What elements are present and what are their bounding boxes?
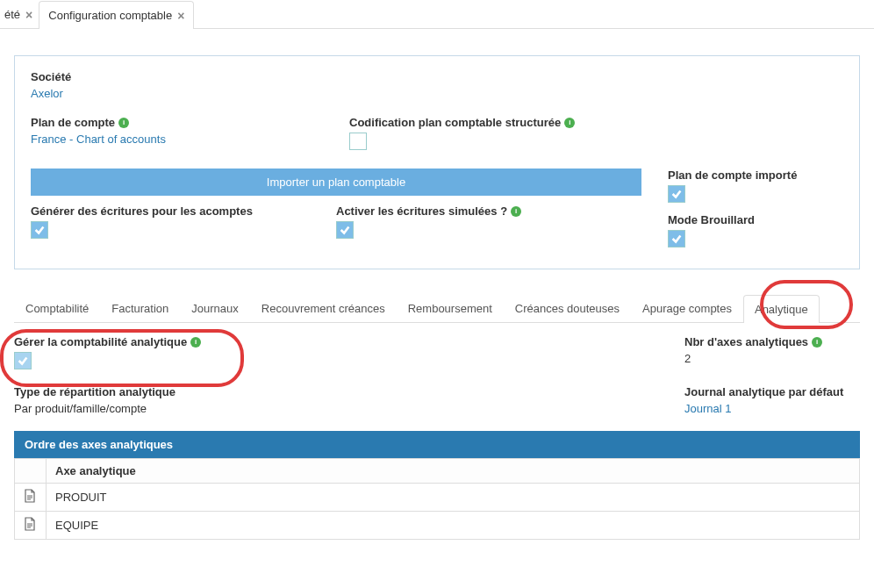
info-icon[interactable]: i	[118, 118, 129, 128]
codification-checkbox[interactable]	[349, 133, 367, 150]
sub-tab-bar: Comptabilité Facturation Journaux Recouv…	[14, 294, 860, 323]
table-header-icon	[15, 459, 47, 484]
activate-simulated-checkbox[interactable]	[336, 221, 354, 239]
table-row[interactable]: PRODUIT	[15, 484, 860, 512]
tab-comptabilite[interactable]: Comptabilité	[14, 294, 100, 322]
activate-simulated-label: Activer les écritures simulées ? i	[336, 204, 641, 218]
axes-order-title: Ordre des axes analytiques	[14, 431, 860, 458]
close-icon[interactable]: ×	[25, 9, 32, 21]
top-tab-bar: été × Configuration comptable ×	[0, 0, 874, 29]
generate-entries-checkbox[interactable]	[31, 221, 48, 239]
society-label: Société	[31, 70, 843, 83]
main-panel: Société Axelor Plan de compte i France -…	[14, 55, 860, 269]
default-journal-link[interactable]: Journal 1	[684, 402, 860, 415]
manage-analytic-label: Gérer la comptabilité analytique i	[14, 335, 684, 348]
manage-analytic-checkbox[interactable]	[14, 352, 32, 369]
imported-chart-label: Plan de compte importé	[668, 169, 843, 182]
axes-count-label: Nbr d'axes analytiques i	[684, 335, 860, 348]
row-icon-cell	[15, 484, 47, 512]
axes-order-table: Axe analytique PRODUIT	[14, 458, 860, 540]
close-icon[interactable]: ×	[177, 10, 184, 22]
codification-label: Codification plan comptable structurée i	[349, 116, 668, 129]
info-icon[interactable]: i	[812, 337, 822, 348]
society-link[interactable]: Axelor	[31, 87, 843, 100]
table-header-axe: Axe analytique	[47, 459, 860, 484]
tab-remboursement[interactable]: Remboursement	[397, 294, 504, 322]
document-icon	[24, 520, 36, 534]
info-icon[interactable]: i	[190, 337, 201, 348]
chart-of-accounts-link[interactable]: France - Chart of accounts	[31, 133, 349, 146]
tab-recouvrement[interactable]: Recouvrement créances	[250, 294, 397, 322]
tab-analytique[interactable]: Analytique	[743, 295, 820, 323]
top-tab-config-label: Configuration comptable	[48, 9, 172, 22]
analytic-content: Gérer la comptabilité analytique i Nbr d…	[14, 335, 860, 540]
import-chart-button[interactable]: Importer un plan comptable	[31, 169, 641, 196]
table-row[interactable]: EQUIPE	[15, 512, 860, 540]
tab-facturation[interactable]: Facturation	[100, 294, 180, 322]
info-icon[interactable]: i	[564, 118, 575, 128]
info-icon[interactable]: i	[511, 206, 521, 217]
repartition-type-label: Type de répartition analytique	[14, 385, 684, 398]
imported-chart-checkbox[interactable]	[668, 185, 685, 203]
generate-entries-label: Générer des écritures pour les acomptes	[31, 204, 336, 218]
row-label: PRODUIT	[47, 484, 860, 512]
draft-mode-checkbox[interactable]	[668, 230, 685, 247]
draft-mode-label: Mode Brouillard	[668, 213, 843, 226]
default-journal-label: Journal analytique par défaut	[684, 385, 860, 398]
tab-apurage[interactable]: Apurage comptes	[631, 294, 743, 322]
axes-count-value: 2	[684, 352, 860, 365]
chart-of-accounts-label: Plan de compte i	[31, 116, 349, 129]
document-icon	[24, 492, 36, 506]
top-tab-partial[interactable]: été ×	[4, 0, 39, 28]
repartition-type-value: Par produit/famille/compte	[14, 402, 684, 415]
row-label: EQUIPE	[47, 512, 860, 540]
tab-journaux[interactable]: Journaux	[180, 294, 249, 322]
tab-creances-douteuses[interactable]: Créances douteuses	[504, 294, 631, 322]
top-tab-config-comptable[interactable]: Configuration comptable ×	[39, 1, 194, 29]
row-icon-cell	[15, 512, 47, 540]
top-tab-partial-label: été	[4, 8, 20, 21]
